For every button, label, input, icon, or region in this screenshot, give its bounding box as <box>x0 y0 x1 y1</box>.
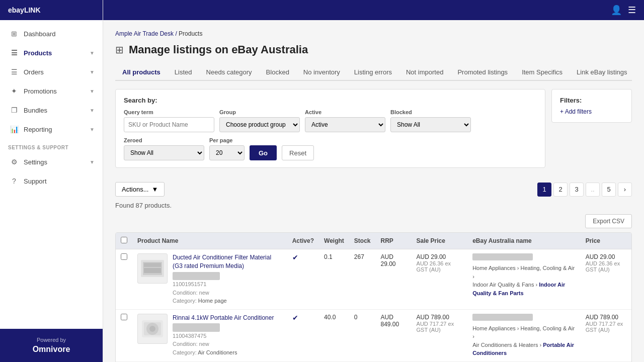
tab-needs-category[interactable]: Needs category <box>199 64 259 81</box>
product-name-cell: Ducted Air Conditioner Filter Material (… <box>132 249 287 310</box>
tabs-bar: All products Listed Needs category Block… <box>115 64 632 81</box>
rrp-value: AUD 849.00 <box>381 314 407 328</box>
ebay-breadcrumb: Home Appliances › Heating, Cooling & Air… <box>472 324 576 357</box>
tab-not-imported[interactable]: Not imported <box>399 64 450 81</box>
product-link[interactable]: Rinnai 4.1kW Portable Air Conditioner <box>173 314 282 322</box>
tab-link-ebay[interactable]: Link eBay listings <box>570 64 632 81</box>
sidebar-item-bundles[interactable]: ❐ Bundles ▼ <box>0 101 103 120</box>
tab-blocked[interactable]: Blocked <box>259 64 296 81</box>
price-main: AUD 789.00 <box>586 314 626 321</box>
settings-icon: ⚙ <box>10 157 19 166</box>
sidebar-item-orders[interactable]: ☰ Orders ▼ <box>0 62 103 81</box>
ebay-name-value: Home Appliances › Heating, Cooling & Air… <box>472 253 576 297</box>
active-select[interactable]: Active Inactive Show All <box>305 117 385 132</box>
tab-item-specifics[interactable]: Item Specifics <box>515 64 570 81</box>
active-checkmark: ✔ <box>292 314 298 322</box>
select-all-checkbox[interactable] <box>121 237 127 243</box>
menu-icon[interactable]: ☰ <box>628 5 636 16</box>
price-ex: AUD 26.36 ex GST (AU) <box>586 260 626 273</box>
product-store-blurred: ████████████ <box>173 323 220 332</box>
price-cell: AUD 789.00 AUD 717.27 ex GST (AU) <box>581 309 631 361</box>
tab-listing-errors[interactable]: Listing errors <box>347 64 399 81</box>
query-term-label: Query term <box>124 109 214 115</box>
page-1-button[interactable]: 1 <box>537 183 551 197</box>
weight-header: Weight <box>319 233 349 249</box>
sidebar-item-label: Products <box>24 49 90 57</box>
products-table: Product Name Active? Weight Stock RRP Sa… <box>115 232 632 362</box>
sale-price-value: AUD 29.00 AUD 26.36 ex GST (AU) <box>417 253 463 273</box>
price-main: AUD 29.00 <box>586 253 626 260</box>
page-3-button[interactable]: 3 <box>570 183 584 197</box>
filters-panel: Filters: + Add filters <box>551 89 632 123</box>
per-page-field: Per page 20 10 50 100 <box>209 137 245 160</box>
rrp-main: AUD 29.00 <box>381 253 407 267</box>
svg-rect-2 <box>144 263 161 267</box>
price-value: AUD 29.00 AUD 26.36 ex GST (AU) <box>586 253 626 273</box>
export-csv-button[interactable]: Export CSV <box>585 214 632 228</box>
page-2-button[interactable]: 2 <box>553 183 568 197</box>
breadcrumb-current: Products <box>179 30 202 37</box>
grid-icon: ⊞ <box>115 44 124 56</box>
sidebar-item-products[interactable]: ☰ Products ▼ <box>0 43 103 62</box>
product-link[interactable]: Ducted Air Conditioner Filter Material (… <box>173 253 282 270</box>
select-all-header <box>116 233 132 249</box>
breadcrumb-store[interactable]: Ample Air Trade Desk <box>115 30 174 37</box>
next-page-button[interactable]: › <box>618 183 632 197</box>
export-row: Export CSV <box>115 214 632 228</box>
active-cell: ✔ <box>287 249 319 310</box>
page-5-button[interactable]: 5 <box>602 183 616 197</box>
sidebar-item-settings[interactable]: ⚙ Settings ▼ <box>0 152 103 171</box>
product-cell: Ducted Air Conditioner Filter Material (… <box>137 253 282 305</box>
ebay-name-blurred <box>472 253 533 260</box>
support-icon: ? <box>10 176 19 186</box>
tab-listed[interactable]: Listed <box>168 64 199 81</box>
sidebar-item-label: Support <box>24 177 95 185</box>
price-cell: AUD 29.00 AUD 26.36 ex GST (AU) <box>581 249 631 310</box>
add-filters-button[interactable]: + Add filters <box>560 108 623 115</box>
user-icon[interactable]: 👤 <box>611 5 622 16</box>
zeroed-select[interactable]: Show All Zeroed Not Zeroed <box>124 145 204 160</box>
sale-price-cell: AUD 789.00 AUD 717.27 ex GST (AU) <box>412 309 468 361</box>
sale-price-main: AUD 789.00 <box>417 314 463 321</box>
price-ex: AUD 717.27 ex GST (AU) <box>586 321 626 333</box>
sidebar-item-promotions[interactable]: ✦ Promotions ▼ <box>0 81 103 101</box>
query-term-field: Query term <box>124 109 214 132</box>
products-icon: ☰ <box>10 48 19 57</box>
product-cell: Rinnai 4.1kW Portable Air Conditioner ██… <box>137 314 282 357</box>
actions-chevron-icon: ▼ <box>151 186 158 193</box>
chevron-down-icon: ▼ <box>90 88 95 94</box>
row-checkbox[interactable] <box>121 314 127 320</box>
tab-all-products[interactable]: All products <box>115 64 168 81</box>
content-area: Ample Air Trade Desk / Products ⊞ Manage… <box>103 20 644 362</box>
group-select[interactable]: Choose product group <box>219 117 300 132</box>
go-button[interactable]: Go <box>250 145 277 160</box>
group-label: Group <box>219 109 300 115</box>
chevron-down-icon: ▼ <box>90 127 95 132</box>
sidebar-item-dashboard[interactable]: ⊞ Dashboard <box>0 24 103 43</box>
sidebar-item-support[interactable]: ? Support <box>0 171 103 191</box>
rrp-cell: AUD 29.00 <box>376 249 412 310</box>
query-term-input[interactable] <box>124 117 214 132</box>
sidebar-item-label: Bundles <box>24 107 90 114</box>
actions-button[interactable]: Actions... ▼ <box>115 182 165 197</box>
sidebar-item-reporting[interactable]: 📊 Reporting ▼ <box>0 120 103 139</box>
search-by-label: Search by: <box>124 97 537 104</box>
product-category: Air Conditioners <box>198 349 237 355</box>
sale-price-value: AUD 789.00 AUD 717.27 ex GST (AU) <box>417 314 463 333</box>
row-checkbox[interactable] <box>121 253 127 260</box>
actions-label: Actions... <box>122 186 148 193</box>
stock-cell: 267 <box>349 249 376 310</box>
blocked-label: Blocked <box>390 109 471 115</box>
svg-point-7 <box>149 326 155 332</box>
blocked-select[interactable]: Show All Blocked Not Blocked <box>390 117 471 132</box>
reset-button[interactable]: Reset <box>282 145 314 160</box>
topbar: 👤 ☰ <box>103 0 644 20</box>
tab-no-inventory[interactable]: No inventory <box>296 64 347 81</box>
per-page-select[interactable]: 20 10 50 100 <box>209 145 245 160</box>
main-area: 👤 ☰ Ample Air Trade Desk / Products ⊞ Ma… <box>103 0 644 362</box>
page-title: Manage listings on eBay Australia <box>129 43 308 56</box>
found-text: Found 87 products. <box>115 202 632 209</box>
chevron-down-icon: ▼ <box>90 50 95 56</box>
tab-promoted-listings[interactable]: Promoted listings <box>450 64 515 81</box>
search-bar: Search by: Query term Group Choose produ… <box>115 89 545 168</box>
